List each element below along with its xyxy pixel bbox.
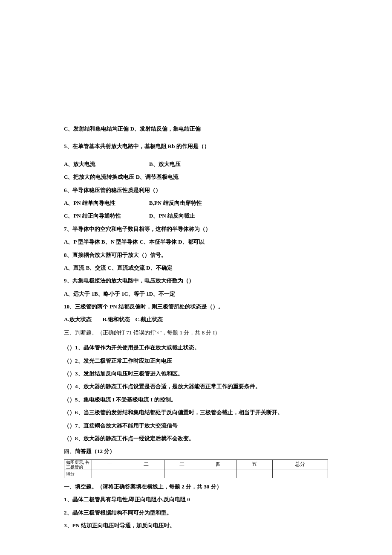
q6-option-d: D、PN 结反向截止: [149, 211, 195, 221]
q6-option-b: B,PN 结反向击穿特性: [149, 198, 202, 208]
fill-3: 3、PN 结加正向电压时导通，加反向电压时。: [64, 520, 328, 530]
cell-total: 总分: [272, 459, 328, 470]
cell-empty: [200, 470, 236, 478]
q8-options: A、直流 B、交流 C、直流或交流 D、不确定: [64, 263, 328, 273]
cell-col-1: 一: [92, 459, 128, 470]
section-4-title: 四、简答题（12 分）: [64, 446, 328, 456]
table-row: 得分: [64, 470, 328, 478]
judge-4: （）4、放大器的静态工作点设置是否合适，是放大器能否正常工作的重要条件。: [64, 381, 328, 391]
cell-empty: [236, 470, 272, 478]
q5-options-cd: C、把放大的电流转换成电压 D、调节基极电流: [64, 172, 328, 182]
fill-1: 1、晶体二极管具有导电性,即正向电阻小,反向电阻 0: [64, 494, 328, 504]
cell-empty: [164, 470, 200, 478]
q8-stem: 8、直接耦合放大器可用于放大（）信号。: [64, 250, 328, 260]
cell-score-label: 得分: [64, 470, 92, 478]
cell-col-2: 二: [128, 459, 164, 470]
section-3-title: 三、判断题。（正确的打 71 错误的打'×"，每题 1 分，共 8 分 I）: [64, 328, 328, 337]
score-table: 如图所示, 各三极管的 一 二 三 四 五 总分 得分: [64, 459, 328, 478]
q6-option-a: A、PN 结单向导电性: [64, 198, 149, 208]
judge-7: （）7、直接耦合放大器不能用于放大交流信号: [64, 421, 328, 430]
cell-empty: [92, 470, 128, 478]
fill-2: 2、晶体三极管根据结构不同可分为型和型。: [64, 508, 328, 517]
q5-options-ab: A、放大电流 B、放大电压: [64, 159, 328, 169]
judge-8: （）8、放大器的静态工作点一经设定后就不会改变。: [64, 433, 328, 443]
document-page: C、发射结和集电结均正偏 D、发射结反偏，集电结正偏 5、在单管基本共射放大电路…: [0, 0, 392, 555]
judge-2: （）2、发光二极管正常工作时应加正向电压: [64, 356, 328, 366]
q6-options-cd: C、PN 结正向导通特性 D、PN 结反向截止: [64, 211, 328, 221]
judge-6: （）6、当三极管的发射结和集电结都处于反向偏置时，三极管会截止，相当于开关断开。: [64, 407, 328, 417]
cell-col-4: 四: [200, 459, 236, 470]
judge-1: （）1、晶体管作为开关使用是工作在放大或截止状态。: [64, 343, 328, 352]
q5-stem: 5、在单管基本共射放大电路中，基极电阻 Rb 的作用是（）: [64, 141, 328, 151]
q5-option-b: B、放大电压: [149, 159, 181, 169]
judge-5: （）5、集电极电流 I 不受基极电流 I 的控制。: [64, 395, 328, 404]
q7-options: A、P 型半导体 B、N 型半导体 C、本征半导体 D、都可以: [64, 237, 328, 247]
q6-options-ab: A、PN 结单向导电性 B,PN 结反向击穿特性: [64, 198, 328, 208]
q4-option-cd: C、发射结和集电结均正偏 D、发射结反偏，集电结正偏: [64, 124, 328, 134]
table-row: 如图所示, 各三极管的 一 二 三 四 五 总分: [64, 459, 328, 470]
judge-3: （）3、发射结加反向电压时三极管进入饱和区。: [64, 369, 328, 378]
cell-fig-note: 如图所示, 各三极管的: [64, 459, 92, 470]
q6-stem: 6、半导体稳压管的稳压性质是利用（）: [64, 185, 328, 195]
cell-empty: [272, 470, 328, 478]
q7-stem: 7、半导体中的空穴和电子数目相等，这样的半导体称为（）: [64, 224, 328, 234]
cell-empty: [128, 470, 164, 478]
q6-option-c: C、PN 结正向导通特性: [64, 211, 149, 221]
q10-options: A.放大状态 B.饱和状态 C.截止状态: [64, 314, 328, 324]
q10-stem: 10、三极管的两个 PN 结都反偏时，则三极管所处的状态是（）。: [64, 302, 328, 311]
cell-col-3: 三: [164, 459, 200, 470]
q5-option-a: A、放大电流: [64, 159, 149, 169]
section-1-title: 一、填空题。（请将正确答案填在横线上，每题 2 分，共 30 分）: [64, 482, 328, 491]
q9-options: A、远大于 1B、略小于 1C、等于 1D、不一定: [64, 289, 328, 299]
q9-stem: 9、共集电极接法的放大电路中，电压放大倍数为（）: [64, 276, 328, 285]
cell-col-5: 五: [236, 459, 272, 470]
